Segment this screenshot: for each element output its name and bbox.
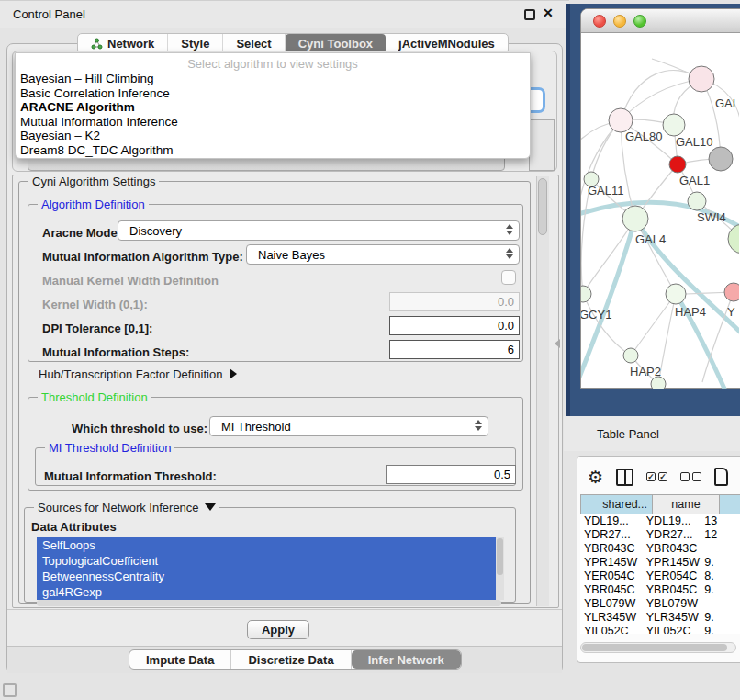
node-label: GAL1 [679, 174, 710, 187]
tab-impute-data[interactable]: Impute Data [129, 650, 231, 669]
settings-scrollbar[interactable] [536, 176, 549, 606]
hub-section-toggle[interactable]: Hub/Transcription Factor Definition [39, 367, 237, 381]
select-all-icon[interactable]: ✓✓ [646, 472, 667, 481]
panel-splitter-handle[interactable] [555, 339, 560, 348]
float-window-icon[interactable] [524, 9, 535, 20]
table-cell: YLR345W [580, 611, 643, 625]
aracne-mode-combobox[interactable]: Discovery [118, 220, 520, 241]
column-header-name[interactable]: name [652, 494, 719, 514]
table-cell: 9. [701, 583, 740, 597]
algorithm-option-aracne-algorithm[interactable]: ARACNE Algorithm [16, 100, 530, 115]
aracne-mode-label: Aracne Mode: [42, 226, 121, 240]
node-label: HAP2 [630, 365, 661, 378]
table-row[interactable]: YDL19...YDL19...13 [580, 514, 740, 528]
table-cell: YDL19... [643, 514, 701, 528]
deselect-all-icon[interactable] [680, 472, 701, 481]
table-hscrollbar-thumb[interactable] [582, 644, 727, 651]
network-node-hap4[interactable] [666, 284, 686, 304]
table-cell: 12 [701, 528, 740, 542]
mi-steps-field[interactable]: 6 [389, 340, 520, 359]
expand-right-icon [230, 368, 237, 379]
network-node-gal1[interactable] [669, 156, 686, 173]
column-header-hidden[interactable] [719, 494, 740, 514]
manual-kernel-checkbox[interactable] [501, 270, 516, 285]
network-node-gal10[interactable] [663, 114, 685, 136]
settings-scrollbar-thumb[interactable] [538, 178, 547, 235]
algorithm-dropdown-popup: Select algorithm to view settings Bayesi… [15, 52, 531, 159]
page-icon[interactable] [714, 468, 728, 486]
table-cell: YIL052C [580, 625, 643, 634]
unchecked-box-icon [680, 472, 690, 481]
combo-arrows-icon [506, 248, 513, 259]
mi-type-label: Mutual Information Algorithm Type: [42, 250, 243, 264]
network-node-gal4[interactable] [622, 206, 648, 231]
network-node-y[interactable] [724, 283, 739, 301]
sources-legend-text: Sources for Network Inference [38, 501, 199, 514]
close-icon[interactable]: ✕ [543, 6, 554, 20]
attributes-hscrollbar[interactable] [37, 600, 501, 606]
table-row[interactable]: YBR043CYBR043C [580, 542, 740, 556]
tab-discretize-data[interactable]: Discretize Data [231, 650, 351, 669]
table-cell [701, 597, 740, 611]
node-label: GAL [715, 96, 739, 110]
table-row[interactable]: YER054CYER054C8. [580, 570, 740, 583]
network-node-gcy1[interactable] [581, 286, 591, 302]
table-row[interactable]: YLR345WYLR345W9. [580, 611, 740, 625]
zoom-window-button[interactable] [633, 15, 646, 28]
network-edge[interactable] [583, 219, 635, 294]
combo-arrows-icon [506, 224, 513, 235]
network-node-hap2[interactable] [623, 348, 638, 363]
table-row[interactable]: YBL079WYBL079W [580, 597, 740, 611]
mi-threshold-legend: MI Threshold Definition [45, 441, 174, 455]
column-header-shared[interactable]: shared... [580, 494, 652, 514]
network-edge[interactable] [621, 79, 701, 120]
table-row[interactable]: YDR27...YDR27...12 [580, 528, 740, 542]
table-toolbar: ⚙ ✓✓ [588, 462, 740, 491]
attribute-item-betweennesscentrality[interactable]: BetweennessCentrality [37, 569, 496, 584]
table-cell: YBR045C [643, 583, 701, 597]
network-graph[interactable]: GALGAL80GAL10GAL1GAL11SWI4GAL4GCY1HAP4YH… [581, 33, 739, 389]
table-cell: YER054C [643, 570, 701, 583]
network-node-swi4[interactable] [688, 192, 706, 210]
algorithm-option-bayesian-k2[interactable]: Bayesian – K2 [16, 129, 530, 143]
mi-threshold-label: Mutual Information Threshold: [44, 469, 217, 483]
network-node-unlabeled[interactable] [709, 147, 733, 171]
mi-type-value: Naive Bayes [258, 248, 325, 262]
mi-threshold-field[interactable]: 0.5 [386, 465, 516, 484]
minimize-window-button[interactable] [613, 15, 626, 28]
apply-button[interactable]: Apply [247, 620, 309, 639]
table-row[interactable]: YBR045CYBR045C9. [580, 583, 740, 597]
attribute-item-gal4rgexp[interactable]: gal4RGexp [37, 584, 496, 600]
gear-icon[interactable]: ⚙ [588, 469, 603, 486]
attribute-item-selfloops[interactable]: SelfLoops [37, 537, 496, 553]
attribute-item-topologicalcoefficient[interactable]: TopologicalCoefficient [37, 553, 496, 569]
attributes-vscrollbar-thumb[interactable] [497, 538, 503, 575]
column-header-label: name [653, 498, 719, 511]
algorithm-option-mutual-information-inference[interactable]: Mutual Information Inference [16, 115, 530, 130]
table-row[interactable]: YPR145WYPR145W9. [580, 556, 740, 570]
network-node-unlabeled[interactable] [651, 377, 666, 389]
sources-legend[interactable]: Sources for Network Inference [34, 501, 219, 514]
kernel-width-field[interactable]: 0.0 [389, 292, 520, 311]
dpi-tolerance-field[interactable]: 0.0 [389, 316, 520, 335]
tab-infer-network[interactable]: Infer Network [352, 650, 461, 669]
algorithm-option-dream8-dc-tdc-algorithm[interactable]: Dream8 DC_TDC Algorithm [16, 143, 530, 158]
table-cell [701, 542, 740, 556]
network-node-gal[interactable] [689, 66, 714, 92]
network-canvas[interactable]: GALGAL80GAL10GAL1GAL11SWI4GAL4GCY1HAP4YH… [581, 33, 739, 389]
mi-type-combobox[interactable]: Naive Bayes [246, 244, 520, 265]
manual-kernel-label: Manual Kernel Width Definition [42, 274, 219, 288]
table-row[interactable]: YIL052CYIL052C9. [580, 625, 740, 634]
table-cell: YBR043C [580, 542, 643, 556]
split-view-icon[interactable] [616, 469, 633, 486]
table-cell: YDR27... [580, 528, 643, 542]
network-window-titlebar[interactable] [581, 9, 740, 33]
corner-widget-icon[interactable] [3, 683, 17, 697]
close-window-button[interactable] [593, 15, 606, 28]
which-threshold-value: MI Threshold [221, 420, 291, 434]
which-threshold-combobox[interactable]: MI Threshold [209, 416, 488, 436]
algorithm-option-basic-correlation-inference[interactable]: Basic Correlation Inference [16, 86, 530, 101]
hidden-control-fragment [529, 119, 555, 171]
node-label: GCY1 [581, 308, 611, 322]
algorithm-option-bayesian-hill-climbing[interactable]: Bayesian – Hill Climbing [16, 72, 530, 86]
